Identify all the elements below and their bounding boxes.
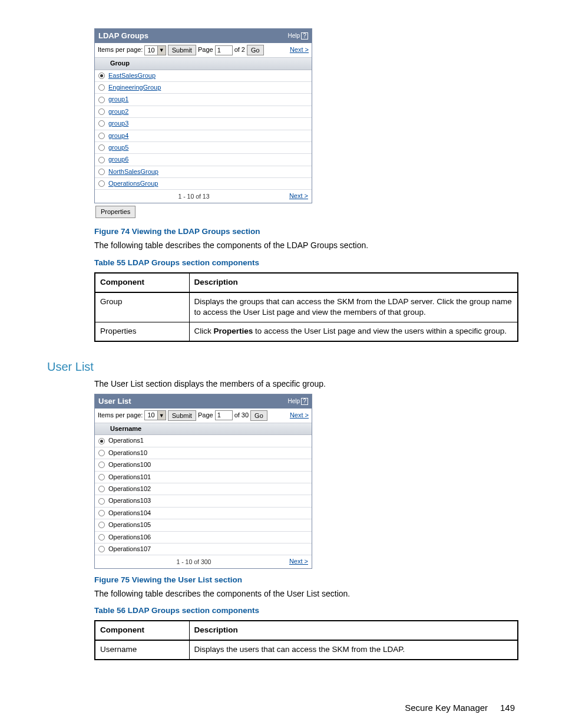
group-link[interactable]: group4 [108, 131, 128, 140]
help-icon: ? [301, 32, 308, 39]
table-row: group5 [95, 142, 312, 154]
radio-button[interactable] [98, 73, 105, 79]
group-link[interactable]: EastSalesGroup [108, 71, 156, 80]
panel-controls: Items per page: 10 ▼ Submit Page 1 of 30… [95, 409, 312, 423]
items-per-page-select[interactable]: 10 ▼ [144, 410, 166, 420]
username-text: Operations10 [108, 449, 147, 457]
radio-button[interactable] [98, 474, 105, 480]
table-row: group3 [95, 118, 312, 130]
next-link[interactable]: Next > [290, 45, 309, 54]
table-row: Operations106 [95, 532, 312, 543]
page-input[interactable]: 1 [215, 410, 233, 420]
table-row: Operations107 [95, 543, 312, 555]
radio-button[interactable] [98, 97, 105, 103]
group-link[interactable]: group2 [108, 107, 128, 116]
page-footer: Secure Key Manager 149 [405, 701, 515, 714]
submit-button[interactable]: Submit [168, 410, 196, 421]
radio-button[interactable] [98, 84, 105, 91]
help-link[interactable]: Help ? [287, 32, 308, 40]
group-link[interactable]: group3 [108, 119, 128, 128]
radio-button[interactable] [98, 534, 105, 541]
group-link[interactable]: group6 [108, 155, 128, 164]
radio-button[interactable] [98, 498, 105, 505]
radio-button[interactable] [98, 522, 105, 528]
radio-button[interactable] [98, 438, 105, 444]
items-per-page-select[interactable]: 10 ▼ [144, 45, 166, 55]
radio-button[interactable] [98, 157, 105, 163]
panel-footer: 1 - 10 of 300 Next > [95, 555, 312, 568]
next-link-footer[interactable]: Next > [289, 557, 308, 566]
table-row: Username Displays the users that can acc… [95, 640, 518, 660]
page-input[interactable]: 1 [215, 45, 233, 55]
table-row: group6 [95, 154, 312, 166]
panel-title: LDAP Groups [98, 31, 148, 41]
username-text: Operations105 [108, 521, 151, 529]
body-text: The following table describes the compon… [94, 588, 515, 600]
table-row: Properties Click Properties to access th… [95, 322, 518, 341]
radio-button[interactable] [98, 510, 105, 516]
group-link[interactable]: EngineeringGroup [108, 83, 161, 92]
table-row: Operations1 [95, 435, 312, 447]
properties-desc: Click Properties to access the User List… [189, 322, 518, 341]
radio-button[interactable] [98, 180, 105, 187]
panel-title-bar: User List Help ? [95, 394, 312, 409]
column-header: Group [95, 58, 312, 70]
help-icon: ? [301, 398, 308, 405]
radio-button[interactable] [98, 144, 105, 151]
panel-title: User List [98, 396, 131, 407]
user-list-heading: User List [47, 358, 515, 375]
user-list-components-table: Component Description Username Displays … [94, 620, 518, 660]
next-link-footer[interactable]: Next > [289, 192, 308, 200]
table-row: Group Displays the groups that can acces… [95, 292, 518, 322]
panel-controls: Items per page: 10 ▼ Submit Page 1 of 2 … [95, 43, 312, 58]
table-caption: Table 56 LDAP Groups section components [94, 605, 515, 617]
figure-caption: Figure 74 Viewing the LDAP Groups sectio… [94, 226, 515, 238]
group-link[interactable]: NorthSalesGroup [108, 167, 158, 176]
body-text: The User List section displays the membe… [94, 378, 515, 390]
radio-button[interactable] [98, 169, 105, 175]
items-per-page-label: Items per page: [98, 411, 143, 420]
th-description: Description [189, 621, 518, 640]
ldap-groups-panel: LDAP Groups Help ? Items per page: 10 ▼ … [94, 28, 312, 203]
column-header: Username [95, 423, 312, 435]
group-link[interactable]: group5 [108, 143, 128, 152]
radio-button[interactable] [98, 108, 105, 115]
radio-button[interactable] [98, 462, 105, 468]
radio-button[interactable] [98, 450, 105, 456]
submit-button[interactable]: Submit [168, 45, 196, 55]
username-text: Operations107 [108, 545, 151, 554]
th-component: Component [95, 273, 189, 292]
of-label: of 30 [234, 411, 249, 420]
range-text: 1 - 10 of 300 [98, 558, 289, 566]
username-text: Operations104 [108, 509, 151, 518]
page-label: Page [198, 411, 213, 420]
username-text: Operations106 [108, 533, 151, 542]
table-row: Operations101 [95, 472, 312, 483]
group-link[interactable]: OperationsGroup [108, 179, 158, 188]
radio-button[interactable] [98, 486, 105, 492]
table-row: EngineeringGroup [95, 82, 312, 94]
table-row: OperationsGroup [95, 178, 312, 190]
chevron-down-icon: ▼ [157, 411, 166, 420]
table-row: Operations103 [95, 495, 312, 507]
radio-button[interactable] [98, 120, 105, 127]
th-component: Component [95, 621, 189, 640]
table-row: Operations10 [95, 447, 312, 459]
go-button[interactable]: Go [250, 410, 267, 421]
group-link[interactable]: group1 [108, 95, 128, 104]
items-per-page-label: Items per page: [98, 45, 143, 54]
radio-button[interactable] [98, 546, 105, 552]
go-button[interactable]: Go [247, 45, 264, 55]
username-text: Operations1 [108, 436, 144, 445]
chevron-down-icon: ▼ [157, 46, 166, 55]
th-description: Description [189, 273, 518, 292]
table-row: group4 [95, 130, 312, 142]
table-caption: Table 55 LDAP Groups section components [94, 258, 515, 269]
username-text: Operations100 [108, 460, 151, 469]
table-row: Operations102 [95, 483, 312, 495]
help-link[interactable]: Help ? [287, 397, 308, 406]
username-text: Operations101 [108, 473, 151, 482]
radio-button[interactable] [98, 133, 105, 139]
next-link[interactable]: Next > [290, 411, 309, 420]
properties-button[interactable]: Properties [95, 206, 135, 218]
